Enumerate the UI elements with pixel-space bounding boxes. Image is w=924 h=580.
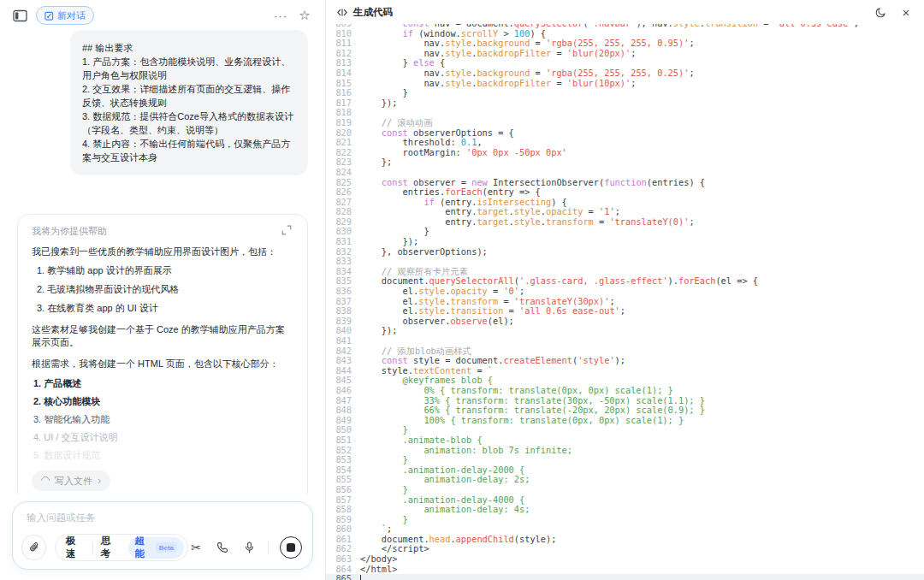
code-editor[interactable]: 809 const nav = document.querySelector('… <box>326 24 924 580</box>
line-number: 853 <box>326 455 352 465</box>
new-chat-pen-icon <box>44 11 54 21</box>
code-line: 855 animation-delay: 2s; <box>326 475 924 485</box>
reference-item: 3. 在线教育类 app 的 UI 设计 <box>37 302 293 315</box>
message-input[interactable] <box>27 512 299 523</box>
close-panel-button[interactable]: × <box>898 4 914 20</box>
line-number: 856 <box>326 485 352 495</box>
code-line-text: </html> <box>352 565 397 575</box>
divider <box>268 542 269 553</box>
write-file-chip[interactable]: 写入文件 › <box>32 471 110 491</box>
chat-header: 新对话 ··· ☆ <box>0 0 325 31</box>
code-line: 823 }; <box>326 157 924 168</box>
assistant-paragraph: 我已搜索到一些优质的教学辅助应用界面设计图片，包括： <box>32 246 293 258</box>
expand-icon <box>281 225 293 235</box>
expand-button[interactable] <box>281 225 293 237</box>
code-line-text: }); <box>352 326 397 336</box>
code-line-text <box>352 108 360 118</box>
stop-icon <box>287 543 295 552</box>
code-line: 865 <box>326 574 924 580</box>
scissors-icon: ✂ <box>191 541 201 554</box>
code-icon <box>336 7 348 18</box>
code-line: 864</html> <box>326 565 924 575</box>
star-icon: ☆ <box>299 8 310 23</box>
moon-icon <box>875 7 886 18</box>
composer: 极速思考超能Beta ✂ <box>12 501 313 570</box>
line-number: 848 <box>326 405 352 416</box>
more-options-button[interactable]: ··· <box>272 7 289 24</box>
code-line: 862 </script> <box>326 544 924 554</box>
mode-label: 超能 <box>135 535 152 560</box>
line-number: 836 <box>326 287 352 297</box>
plan-item: 3. 智能化输入功能 <box>33 413 293 426</box>
reference-item: 2. 毛玻璃拟物界面设计的现代风格 <box>37 283 293 296</box>
code-panel-title: 生成代码 <box>353 6 393 19</box>
code-line-text: }, observerOptions); <box>352 247 488 257</box>
code-line: 822 rootMargin: '0px 0px -50px 0px' <box>326 148 924 158</box>
line-number: 851 <box>326 435 352 446</box>
message-list[interactable]: ## 输出要求 1. 产品方案：包含功能模块说明、业务流程设计、用户角色与权限说… <box>0 30 325 494</box>
mode-option[interactable]: 思考 <box>93 535 127 560</box>
line-number: 826 <box>326 187 352 198</box>
loading-spinner-icon <box>39 475 51 487</box>
code-line-text <box>352 168 360 178</box>
line-number: 865 <box>326 574 352 580</box>
mode-option-active[interactable]: 超能Beta <box>128 537 185 559</box>
line-number: 824 <box>326 168 352 178</box>
clip-tools-button[interactable]: ✂ <box>188 540 204 555</box>
assistant-paragraph: 根据需求，我将创建一个 HTML 页面，包含以下核心部分： <box>32 358 293 370</box>
paperclip-icon <box>28 542 40 553</box>
code-line-text: }; <box>352 157 392 168</box>
line-number: 831 <box>326 237 352 247</box>
write-file-label: 写入文件 <box>55 475 92 488</box>
voice-call-button[interactable] <box>215 540 230 555</box>
microphone-button[interactable] <box>241 540 257 555</box>
plan-item: 1. 产品概述 <box>33 377 293 390</box>
code-panel-header: 生成代码 × <box>326 0 924 24</box>
reference-list: 1. 教学辅助 app 设计的界面展示2. 毛玻璃拟物界面设计的现代风格3. 在… <box>32 264 293 315</box>
line-number: 816 <box>326 88 352 98</box>
theme-toggle-button[interactable] <box>873 4 888 20</box>
code-line: 852 animation: blob 7s infinite; <box>326 446 924 456</box>
line-number: 846 <box>326 386 352 396</box>
code-line: 816 } <box>326 88 924 98</box>
chevron-right-icon: › <box>98 476 101 485</box>
plan-item: 2. 核心功能模块 <box>33 395 293 408</box>
code-line: 839 observer.observe(el); <box>326 317 924 327</box>
line-number: 841 <box>326 336 352 346</box>
line-number: 819 <box>326 118 352 128</box>
assistant-card-title: 我将为你提供帮助 <box>32 225 107 237</box>
plan-item: 4. UI / 交互设计说明 <box>33 431 293 444</box>
code-line-text <box>352 257 360 267</box>
microphone-icon <box>244 542 255 553</box>
sidebar-toggle-icon <box>13 9 27 22</box>
code-line: 817 }); <box>326 98 924 109</box>
code-line: 859 } <box>326 515 924 525</box>
new-chat-label: 新对话 <box>57 9 86 22</box>
attach-button[interactable] <box>21 535 46 560</box>
mode-option[interactable]: 极速 <box>58 535 92 560</box>
text-cursor <box>360 575 361 580</box>
code-line-text <box>352 336 360 346</box>
phone-icon <box>216 542 228 553</box>
sidebar-toggle-button[interactable] <box>12 8 27 23</box>
beta-badge: Beta <box>156 542 177 553</box>
mode-selector: 极速思考超能Beta <box>55 534 188 561</box>
code-line: 840 }); <box>326 326 924 336</box>
plan-item: 5. 数据设计规范 <box>33 449 293 462</box>
line-number: 863 <box>326 554 352 565</box>
stop-generation-button[interactable] <box>280 536 302 559</box>
new-chat-button[interactable]: 新对话 <box>36 6 94 25</box>
code-line-text <box>352 574 361 580</box>
chat-panel: 新对话 ··· ☆ ## 输出要求 1. 产品方案：包含功能模块说明、业务流程设… <box>0 0 325 580</box>
code-line: 863</body> <box>326 554 924 565</box>
code-panel: 生成代码 × 809 const nav = document.querySel… <box>325 0 924 580</box>
code-line-text: }); <box>352 98 397 109</box>
favorite-button[interactable]: ☆ <box>296 7 313 24</box>
line-number: 821 <box>326 138 352 148</box>
reference-item: 1. 教学辅助 app 设计的界面展示 <box>37 264 293 277</box>
more-icon: ··· <box>274 9 287 22</box>
code-line: 858 animation-delay: 4s; <box>326 505 924 515</box>
line-number: 858 <box>326 505 352 515</box>
assistant-paragraph: 这些素材足够我创建一个基于 Coze 的教学辅助应用产品方案展示页面。 <box>32 323 293 349</box>
code-line: 815 nav.style.backdropFilter = 'blur(10p… <box>326 79 924 89</box>
